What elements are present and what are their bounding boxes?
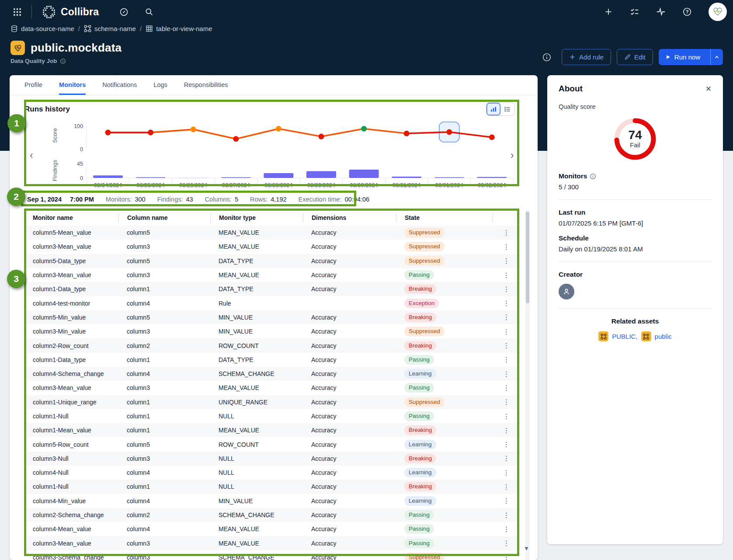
run-now-button[interactable]: Run now — [659, 49, 723, 65]
table-row[interactable]: column5-Row_count column5 ROW_COUNT Accu… — [24, 437, 520, 451]
findings-bar[interactable] — [306, 171, 336, 178]
col-header-state[interactable]: State — [396, 213, 493, 223]
row-actions-kebab[interactable]: ⋮ — [493, 285, 520, 293]
findings-bar[interactable] — [477, 177, 507, 178]
table-row[interactable]: column5-Mean_value column5 MEAN_VALUE Ac… — [24, 226, 520, 240]
creator-avatar[interactable] — [559, 284, 574, 299]
findings-bar[interactable] — [264, 173, 293, 178]
row-actions-kebab[interactable]: ⋮ — [493, 497, 520, 505]
table-row[interactable]: column1-Null column1 NULL Accuracy Break… — [24, 480, 520, 494]
findings-bar[interactable] — [349, 170, 379, 178]
run-options-chevron[interactable] — [710, 49, 723, 65]
table-row[interactable]: column1-Unique_range column1 UNIQUE_RANG… — [24, 395, 520, 409]
activity-pulse-icon[interactable] — [656, 7, 666, 17]
score-point[interactable] — [404, 131, 410, 136]
tab-notifications[interactable]: Notifications — [102, 75, 137, 95]
table-row[interactable]: column4-Mean_value column4 MEAN_VALUE Ac… — [24, 522, 520, 536]
scrollbar-thumb[interactable] — [526, 212, 529, 303]
score-point[interactable] — [489, 134, 495, 140]
findings-bar[interactable] — [178, 177, 208, 178]
score-point[interactable] — [191, 127, 196, 132]
row-actions-kebab[interactable]: ⋮ — [493, 243, 520, 251]
scroll-down-arrow[interactable]: ▼ — [524, 545, 529, 552]
add-rule-button[interactable]: Add rule — [562, 49, 611, 65]
table-row[interactable]: column3-Schema_change column3 SCHEMA_CHA… — [24, 550, 520, 560]
info-icon[interactable] — [590, 173, 596, 180]
table-row[interactable]: column4-Min_value column4 MIN_VALUE Accu… — [24, 494, 520, 508]
tab-responsibilities[interactable]: Responsibilities — [184, 75, 228, 95]
row-actions-kebab[interactable]: ⋮ — [493, 440, 520, 449]
findings-bar[interactable] — [136, 177, 166, 178]
close-icon[interactable]: ✕ — [705, 84, 712, 94]
runs-history-chart[interactable]: Score1000Findings45008/24/202408/25/2024… — [39, 110, 525, 191]
table-row[interactable]: column1-Null column1 NULL Accuracy Passi… — [24, 409, 520, 423]
table-row[interactable]: column3-Min_value column3 MIN_VALUE Accu… — [24, 324, 520, 338]
table-row[interactable]: column1-Data_type column1 DATA_TYPE Accu… — [24, 282, 520, 296]
page-info-icon[interactable] — [542, 52, 552, 62]
row-actions-kebab[interactable]: ⋮ — [493, 271, 520, 279]
add-icon[interactable] — [604, 7, 613, 17]
app-grid-icon[interactable] — [12, 7, 22, 17]
findings-bar[interactable] — [434, 177, 464, 178]
compass-icon[interactable] — [119, 7, 129, 17]
row-actions-kebab[interactable]: ⋮ — [493, 525, 520, 533]
findings-bar[interactable] — [392, 177, 421, 178]
table-row[interactable]: column5-Min_value column5 MIN_VALUE Accu… — [24, 310, 520, 324]
table-row[interactable]: column4-Schema_change column4 SCHEMA_CHA… — [24, 367, 520, 381]
table-row[interactable]: column3-Mean_value column3 MEAN_VALUE Ac… — [24, 536, 520, 550]
findings-bar[interactable] — [221, 177, 251, 178]
table-row[interactable]: column2-Row_count column2 ROW_COUNT Accu… — [24, 338, 520, 352]
row-actions-kebab[interactable]: ⋮ — [493, 426, 520, 435]
user-avatar[interactable] — [709, 3, 727, 21]
edit-button[interactable]: Edit — [617, 49, 653, 65]
col-header-column-name[interactable]: Column name — [118, 213, 210, 223]
findings-bar[interactable] — [93, 175, 123, 178]
score-point[interactable] — [361, 126, 367, 132]
help-icon[interactable]: ? — [682, 7, 692, 17]
score-point[interactable] — [446, 129, 452, 135]
row-actions-kebab[interactable]: ⋮ — [493, 553, 520, 560]
breadcrumb-data-source[interactable]: data-source-name — [10, 25, 74, 32]
score-point[interactable] — [148, 130, 153, 136]
score-point[interactable] — [319, 134, 324, 139]
row-actions-kebab[interactable]: ⋮ — [493, 257, 520, 265]
row-actions-kebab[interactable]: ⋮ — [493, 355, 520, 364]
table-row[interactable]: column3-Mean_value column3 MEAN_VALUE Ac… — [24, 240, 520, 254]
col-header-monitor-name[interactable]: Monitor name — [24, 213, 118, 223]
breadcrumb-table[interactable]: table-or-view-name — [146, 25, 212, 32]
score-point[interactable] — [105, 130, 111, 136]
row-actions-kebab[interactable]: ⋮ — [493, 327, 520, 336]
col-header-dimensions[interactable]: Dimensions — [303, 213, 396, 223]
score-point[interactable] — [276, 126, 281, 132]
related-asset-link-public-lower[interactable]: public — [655, 333, 672, 340]
row-actions-kebab[interactable]: ⋮ — [493, 454, 520, 463]
row-actions-kebab[interactable]: ⋮ — [493, 398, 520, 406]
table-row[interactable]: column1-Mean_value column1 MEAN_VALUE Ac… — [24, 423, 520, 437]
col-header-monitor-type[interactable]: Monitor type — [210, 213, 303, 223]
score-point[interactable] — [233, 136, 239, 142]
row-actions-kebab[interactable]: ⋮ — [493, 370, 520, 378]
table-row[interactable]: column5-Data_type column5 DATA_TYPE Accu… — [24, 254, 520, 268]
tasks-checklist-icon[interactable] — [630, 7, 639, 17]
row-actions-kebab[interactable]: ⋮ — [493, 511, 520, 519]
tab-profile[interactable]: Profile — [24, 75, 42, 95]
row-actions-kebab[interactable]: ⋮ — [493, 412, 520, 421]
row-actions-kebab[interactable]: ⋮ — [493, 384, 520, 392]
chart-scroll-left[interactable]: ‹ — [30, 150, 33, 160]
collibra-logo[interactable]: Collibra — [42, 4, 99, 19]
table-row[interactable]: column3-Mean_value column3 MEAN_VALUE Ac… — [24, 381, 520, 395]
info-icon[interactable] — [60, 58, 66, 64]
related-asset-link-public-upper[interactable]: PUBLIC, — [612, 333, 637, 340]
search-icon[interactable] — [144, 7, 154, 17]
table-scrollbar[interactable] — [525, 210, 530, 560]
table-row[interactable]: column4-Null column4 NULL Accuracy Learn… — [24, 466, 520, 480]
row-actions-kebab[interactable]: ⋮ — [493, 469, 520, 477]
tab-logs[interactable]: Logs — [153, 75, 167, 95]
table-row[interactable]: column2-Schema_change column2 SCHEMA_CHA… — [24, 508, 520, 522]
row-actions-kebab[interactable]: ⋮ — [493, 539, 520, 547]
table-row[interactable]: column1-Data_type column1 DATA_TYPE Accu… — [24, 353, 520, 367]
row-actions-kebab[interactable]: ⋮ — [493, 229, 520, 237]
tab-monitors[interactable]: Monitors — [59, 75, 86, 95]
row-actions-kebab[interactable]: ⋮ — [493, 483, 520, 491]
table-row[interactable]: column3-Mean_value column3 MEAN_VALUE Ac… — [24, 268, 520, 282]
